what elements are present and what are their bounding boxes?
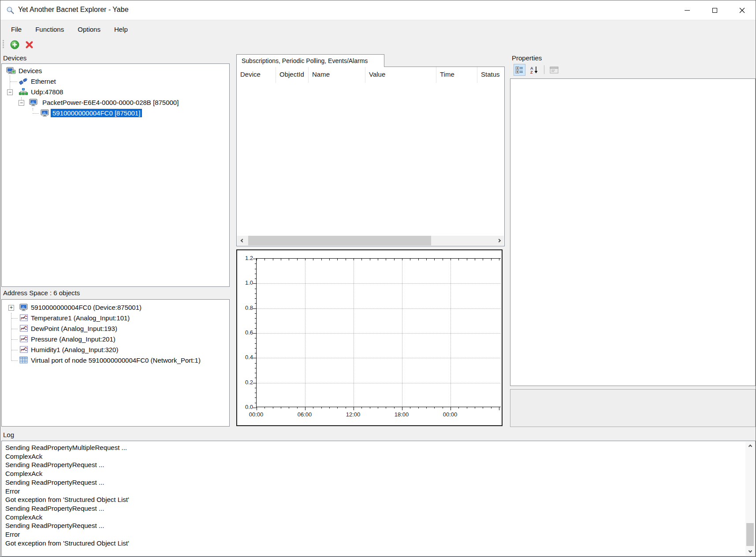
as-item-device[interactable]: 5910000000004FC0 (Device:875001) — [2, 302, 229, 313]
column-header-time[interactable]: Time — [436, 67, 477, 83]
property-pages-button[interactable] — [548, 64, 560, 76]
tree-item-5910-device[interactable]: 5910000000004FC0 [875001] — [2, 108, 229, 119]
close-button[interactable] — [728, 0, 756, 20]
gridline — [305, 259, 305, 407]
y-tick-label: 0.0 — [238, 404, 253, 410]
log-line: Error — [5, 487, 742, 496]
column-header-device[interactable]: Device — [237, 67, 276, 83]
log-line: ComplexAck — [5, 513, 742, 522]
gridline — [402, 259, 402, 407]
menu-options[interactable]: Options — [71, 23, 107, 36]
log-line: Sending ReadPropertyMultipleRequest ... — [5, 443, 742, 452]
y-tick-label: 0.6 — [238, 329, 253, 336]
vertical-scrollbar[interactable] — [745, 442, 755, 556]
scroll-left-button[interactable] — [237, 236, 246, 245]
analog-input-icon — [19, 335, 29, 344]
as-item-dewpoint[interactable]: DewPoint (Analog_Input:193) — [2, 323, 229, 334]
y-tick-label: 0.2 — [238, 379, 253, 386]
scroll-up-button[interactable] — [745, 442, 755, 450]
window-title: Yet Another Bacnet Explorer - Yabe — [18, 6, 129, 14]
column-header-objectid[interactable]: ObjectId — [276, 67, 309, 83]
maximize-icon — [712, 8, 717, 13]
scroll-right-button[interactable] — [495, 236, 504, 245]
device-monitor-icon — [29, 99, 38, 108]
tree-label[interactable]: DewPoint (Analog_Input:193) — [31, 325, 117, 332]
address-space-panel[interactable]: 5910000000004FC0 (Device:875001) Tempera… — [1, 299, 230, 427]
x-tick-label: 12:00 — [343, 411, 363, 418]
devices-tree-panel[interactable]: Devices Ethernet — [1, 63, 230, 287]
scrollbar-thumb[interactable] — [746, 523, 754, 546]
expand-expander-icon[interactable] — [8, 305, 14, 311]
property-pages-icon — [550, 67, 559, 74]
collapse-expander-icon[interactable] — [19, 100, 24, 106]
tree-item-ethernet[interactable]: Ethernet — [2, 76, 229, 87]
log-panel[interactable]: Sending ReadPropertyMultipleRequest ... … — [1, 441, 756, 557]
tree-label[interactable]: Devices — [19, 67, 42, 74]
udp-network-icon — [19, 88, 28, 97]
chevron-right-icon — [497, 239, 500, 242]
tree-item-packetpower[interactable]: PacketPower-E6E4-0000-0000-028B [875000] — [2, 97, 229, 108]
categorized-view-button[interactable] — [514, 64, 525, 76]
column-header-value[interactable]: Value — [365, 67, 436, 83]
property-grid[interactable] — [510, 78, 756, 386]
scroll-down-button[interactable] — [745, 547, 755, 556]
property-description-box — [510, 389, 756, 427]
log-line: ComplexAck — [5, 469, 742, 478]
application-window: Yet Another Bacnet Explorer - Yabe File … — [0, 0, 756, 557]
tree-item-udp[interactable]: Udp:47808 — [2, 87, 229, 97]
tree-item-devices-root[interactable]: Devices — [2, 66, 229, 76]
menu-functions[interactable]: Functions — [29, 23, 71, 36]
column-header-status[interactable]: Status — [477, 67, 504, 83]
add-device-button[interactable] — [9, 39, 20, 50]
svg-text:A: A — [530, 66, 533, 71]
analog-input-icon — [19, 314, 29, 323]
tree-label[interactable]: Humidity1 (Analog_Input:320) — [31, 346, 118, 353]
horizontal-scrollbar[interactable] — [237, 236, 504, 245]
tree-label[interactable]: Pressure (Analog_Input:201) — [31, 335, 115, 343]
y-tick-label: 0.8 — [238, 304, 253, 311]
log-line: ComplexAck — [5, 452, 742, 461]
as-item-humidity[interactable]: Humidity1 (Analog_Input:320) — [2, 345, 229, 355]
as-item-pressure[interactable]: Pressure (Analog_Input:201) — [2, 334, 229, 345]
as-item-temperature[interactable]: Temperature1 (Analog_Input:101) — [2, 313, 229, 323]
menu-file[interactable]: File — [4, 23, 28, 36]
y-tick-label: 0.4 — [238, 354, 253, 360]
table-empty-body[interactable] — [237, 83, 504, 235]
log-line: Got exception from 'Structured Object Li… — [5, 539, 742, 548]
tree-label[interactable]: Virtual port of node 5910000000004FC0 (N… — [31, 356, 201, 364]
log-line: Sending ReadPropertyRequest ... — [5, 478, 742, 487]
x-tick-label: 06:00 — [294, 411, 315, 418]
gridline — [257, 358, 501, 358]
log-line: Sending ReadPropertyRequest ... — [5, 504, 742, 513]
x-tick-label: 18:00 — [391, 411, 412, 418]
table-header-row: Device ObjectId Name Value Time Status — [237, 67, 504, 83]
tree-label[interactable]: PacketPower-E6E4-0000-0000-028B [875000] — [42, 99, 179, 106]
tree-label[interactable]: Udp:47808 — [31, 88, 63, 96]
column-header-name[interactable]: Name — [309, 67, 365, 83]
tree-label-selected[interactable]: 5910000000004FC0 [875001] — [51, 109, 142, 117]
gridline — [257, 383, 501, 383]
log-panel-title: Log — [3, 431, 14, 438]
maximize-button[interactable] — [701, 0, 728, 20]
menu-help[interactable]: Help — [108, 23, 134, 36]
tab-label: Subscriptions, Periodic Polling, Events/… — [242, 57, 368, 64]
scrollbar-thumb[interactable] — [248, 236, 431, 245]
delete-device-button[interactable] — [23, 39, 35, 50]
title-bar: Yet Another Bacnet Explorer - Yabe — [0, 0, 756, 20]
minimize-button[interactable] — [674, 0, 701, 20]
x-axis-minor-ticks — [257, 407, 501, 408]
properties-panel-title: Properties — [512, 54, 542, 62]
log-line: Got exception from 'Structured Object Li… — [5, 495, 742, 504]
top-axis-minor-ticks — [257, 259, 501, 260]
alphabetical-sort-button[interactable]: A Z — [528, 64, 540, 76]
subscriptions-table-panel: Device ObjectId Name Value Time Status — [236, 67, 505, 246]
tree-label[interactable]: 5910000000004FC0 (Device:875001) — [31, 304, 142, 311]
tree-label[interactable]: Temperature1 (Analog_Input:101) — [31, 314, 130, 322]
tree-label[interactable]: Ethernet — [31, 78, 56, 85]
collapse-expander-icon[interactable] — [7, 89, 13, 95]
tab-subscriptions[interactable]: Subscriptions, Periodic Polling, Events/… — [236, 54, 384, 67]
network-port-table-icon — [19, 356, 28, 365]
as-item-virtual-port[interactable]: Virtual port of node 5910000000004FC0 (N… — [2, 355, 229, 366]
log-line: Error — [5, 530, 742, 539]
gridline — [257, 308, 501, 309]
